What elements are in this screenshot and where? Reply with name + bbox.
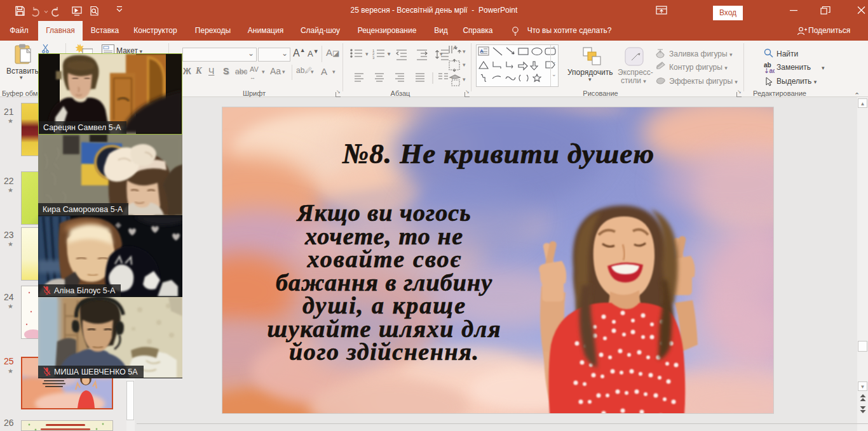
- svg-text:його здійснення.: його здійснення.: [289, 338, 478, 365]
- svg-text:A: A: [453, 44, 457, 51]
- svg-text:3: 3: [372, 56, 375, 60]
- svg-text:⇣ac: ⇣ac: [764, 67, 775, 74]
- svg-text:№8. Не кривити душею: №8. Не кривити душею: [342, 138, 654, 169]
